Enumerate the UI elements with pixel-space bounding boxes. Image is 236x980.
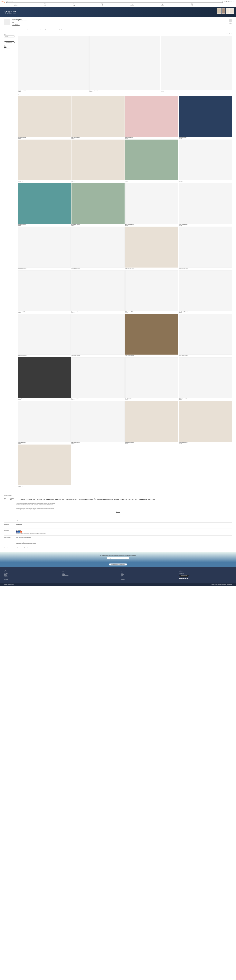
search-items-input[interactable] [4,35,15,37]
item-card[interactable]: Resume Templates Professional...USD 5.00 [125,140,178,182]
item-card[interactable]: Resume Templates Professional...USD 5.00 [125,314,178,356]
item-card[interactable]: Resume Templates Professional...USD 5.00 [17,183,71,226]
item-price: USD 5.00 [125,356,178,356]
item-card[interactable]: Weekly Planner Pdf | Undated W...USD 3.5… [125,401,178,444]
nav-category[interactable]: Jewelry&Accessories [14,4,17,6]
item-card[interactable]: 2023 Year Calendar Printable | ...USD 4.… [17,401,71,444]
cart-icon[interactable]: 🛒 [233,1,234,2]
policy-label: Digital downloads [4,524,16,527]
item-price: USD 4.00 [125,399,178,400]
item-card[interactable]: Resume Templates Professional...USD 5.00 [179,314,232,356]
renewable-badge[interactable]: Etsy is powered by 100% renewable electr… [109,563,127,565]
follow-shop-button[interactable]: ♡ Follow shop [12,24,20,25]
item-image [17,36,89,91]
item-image [125,227,178,267]
nav-category[interactable]: CraftSupplies& Tools [191,4,193,6]
item-card[interactable]: Resume Templates Professional...USD 5.50 [17,314,71,356]
item-price: USD 5.00 [71,138,125,139]
item-image [125,183,178,224]
shop-name: DJaxsondigitalux [12,19,227,21]
item-card[interactable]: Resume Templates Professional...USD 5.00 [179,140,232,182]
footer-link[interactable]: Affiliates & Creators [62,575,115,576]
item-image [125,96,178,137]
policy-content: See item details for return and exchange… [16,537,232,538]
instagram-icon[interactable] [179,578,181,579]
nav-category[interactable]: Vintage [220,4,222,6]
item-price: USD 5.00 [125,181,178,182]
sidebar-link[interactable]: Report this shop to Etsy [4,48,15,49]
nav-category[interactable]: Art&Collectibles [161,4,164,6]
item-image [179,357,232,398]
nav-category[interactable]: Wedding&Party [101,4,104,6]
nav-category[interactable]: Home&Living [73,4,74,6]
item-price: USD 4.50 [17,443,71,444]
banner-subtitle: DIGITAL PRODUCTS [4,13,16,14]
item-card[interactable]: Workout Log, Workout Planner |...USD 4.0… [71,227,125,269]
item-price: USD 4.50 [17,487,71,487]
item-card[interactable]: Today's Planner, Daily Planner...USD 4.0… [125,227,178,269]
footer-link[interactable]: Etsy Canada [4,579,57,580]
subscribe-button[interactable]: Subscribe [123,557,129,559]
nav-category[interactable]: Clothing&Shoes [44,4,46,6]
search-input[interactable]: Search for anything [6,1,223,3]
about-body-para: With a passion for capturing the essence… [16,508,55,511]
read-more-link[interactable]: Read more [4,512,232,512]
item-card[interactable]: Resume Templates Professional...USD 3.50 [179,270,232,313]
item-card[interactable]: Wheel Of Life Printable| Life Pla...USD … [125,357,178,400]
item-price: USD 5.00 [17,225,71,226]
item-price: USD 4.00 [17,269,71,269]
item-card[interactable]: Workout Log, Workout Planner |...USD 4.0… [17,227,71,269]
featured-item[interactable]: Monthly Planner | Printable Cal...USD 4.… [89,36,160,92]
item-card[interactable]: Monthly Habit Tracker Printable...USD 5.… [179,357,232,400]
favorites-icon[interactable]: ♡ [231,1,233,2]
footer-link[interactable]: Privacy settings [179,573,232,574]
category-all[interactable]: All 30 [4,38,15,40]
item-card[interactable]: Resume Templates Professional...USD 5.00 [71,357,125,400]
download-app-button[interactable]: Download the Etsy App [179,575,188,577]
item-price: USD 5.00 [125,225,178,226]
item-card[interactable]: Itinerary Planner, Travel Planne...USD 4… [71,270,125,313]
twitter-icon[interactable] [185,578,187,579]
shop-sales-count: 1 Sale [12,22,227,23]
item-card[interactable]: Invites Download | Invitation Te...USD 5… [71,140,125,182]
item-card[interactable]: Simple Functional | Personal Da...USD 4.… [179,401,232,444]
item-card[interactable]: Invites Download | Invitation Te...USD 5… [125,96,178,139]
item-card[interactable]: Invites Download | Invitation Te...USD 5… [71,96,125,139]
featured-item[interactable]: Simple Functional | Personal Da...USD 4.… [161,36,232,92]
item-card[interactable]: Invites Download | Invitation Te...USD 5… [17,140,71,182]
youtube-icon[interactable] [187,578,188,579]
item-price: USD 3.50 [179,312,232,313]
item-price: USD 5.00 [17,181,71,182]
footer-col-title: About [121,570,174,571]
item-card[interactable]: Project Planner, Printable Plann...USD 4… [17,270,71,313]
item-card[interactable]: Monthly Planner | Printable Cal...USD 4.… [71,401,125,444]
item-image [125,314,178,355]
footer-locale[interactable]: United States | English (US) | $ (USD) [4,584,14,585]
item-card[interactable]: Resume Templates Professional...USD 5.00 [179,183,232,226]
item-card[interactable]: Resume Templates Professional...USD 5.00 [71,183,125,226]
item-card[interactable]: Simple Functional | Personal Da...USD 4.… [17,444,71,487]
email-input[interactable] [107,557,123,559]
policy-content: Instant downloadsYour files will be avai… [16,524,232,527]
item-card[interactable]: Bill Payment Tracker | Monthly ...USD 3.… [125,270,178,313]
item-card[interactable]: Savings Planner, Budget Planner...USD 4.… [179,227,232,269]
contact-link[interactable]: Contact [229,23,232,24]
footer-link[interactable]: Legal imprint [121,579,174,580]
etsy-logo[interactable]: Etsy [2,1,5,3]
sign-in-button[interactable]: Sign in [228,2,231,2]
item-card[interactable]: Invites Download | Invitation Te...USD 5… [179,96,232,139]
footer-col-title: Shop [4,570,57,571]
nav-category[interactable]: Toys&Entertainment [131,4,135,6]
item-image [17,270,71,311]
sell-on-etsy-link[interactable]: Sell on Etsy [224,2,228,2]
pinterest-icon[interactable] [183,578,184,579]
item-card[interactable]: Resume Templates Professional...USD 5.00 [125,183,178,226]
sort-dropdown[interactable]: Sort: Most Recent ▾ [226,33,232,34]
item-card[interactable]: Invites Download | Invitation Te...USD 5… [17,96,71,139]
item-card[interactable]: Resume Templates Professional...USD 5.00 [71,314,125,356]
contact-owner-button[interactable]: ✉ Contact shop owner [4,41,15,43]
item-card[interactable]: Resume Templates Professional...USD 5.00 [17,357,71,400]
featured-item[interactable]: 2023 Year Calendar Printable | ...USD 4.… [17,36,89,92]
owner-avatar[interactable] [229,19,232,22]
facebook-icon[interactable] [181,578,182,579]
